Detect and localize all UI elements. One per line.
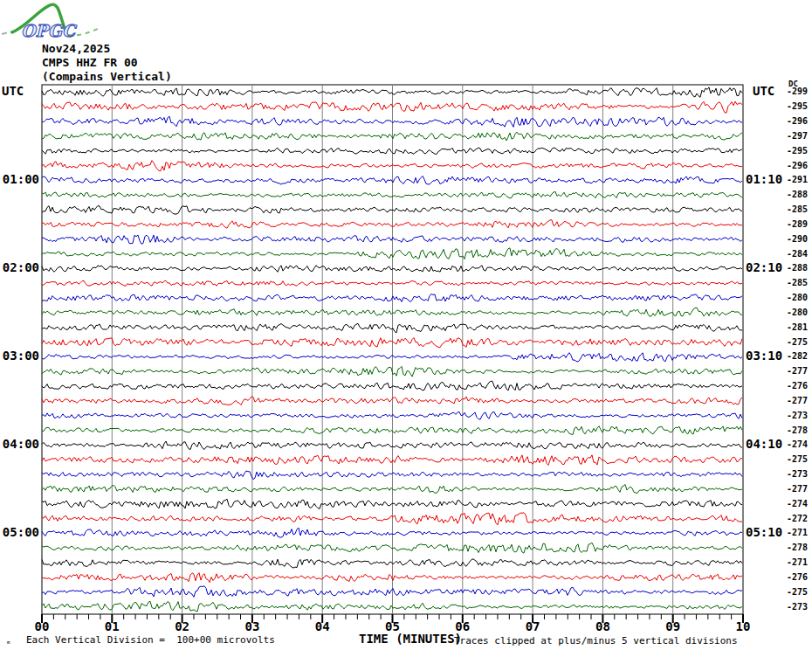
dc-value: -278 — [787, 425, 812, 436]
dc-value: -282 — [787, 351, 812, 362]
dc-value: -272 — [787, 514, 812, 524]
hour-label-left: 04:00 — [0, 437, 39, 451]
clip-note: Traces clipped at plus/minus 5 vertical … — [454, 635, 738, 647]
dc-value: -276 — [787, 381, 812, 391]
dc-value: -281 — [787, 322, 812, 333]
dc-value: -284 — [787, 249, 812, 259]
hour-label-left: 02:00 — [0, 260, 39, 274]
dc-value: -277 — [787, 484, 812, 494]
dc-value: -275 — [787, 337, 812, 348]
scale-note: Each Vertical Division = 100+00 microvol… — [26, 634, 275, 646]
dc-value: -277 — [787, 396, 812, 406]
x-tick-label: 00 — [27, 619, 57, 633]
dc-value: -296 — [787, 116, 812, 127]
dc-value: -275 — [787, 454, 812, 465]
dc-value: -274 — [787, 439, 812, 450]
helicorder-plot — [0, 0, 812, 650]
x-tick-label: 03 — [237, 619, 267, 633]
dc-value: -289 — [787, 219, 812, 230]
dc-value: -271 — [787, 528, 812, 538]
dc-value: -280 — [787, 308, 812, 318]
hour-label-left: 01:00 — [0, 172, 39, 186]
hour-label-left: 03:00 — [0, 349, 39, 363]
dc-value: -288 — [787, 190, 812, 200]
dc-value: -295 — [787, 146, 812, 156]
dc-value: -273 — [787, 469, 812, 480]
x-tick-label: 09 — [658, 619, 688, 633]
hour-label-left: 05:00 — [0, 525, 39, 539]
x-tick-label: 10 — [728, 619, 758, 633]
dc-value: -277 — [787, 366, 812, 377]
dc-value: -278 — [787, 543, 812, 553]
x-tick-label: 08 — [588, 619, 617, 633]
dc-value: -275 — [787, 587, 812, 598]
footer-mark: ₘ — [6, 637, 10, 646]
x-tick-label: 01 — [97, 619, 127, 633]
dc-value: -288 — [787, 263, 812, 273]
dc-value: -297 — [787, 131, 812, 142]
dc-value: -273 — [787, 411, 812, 421]
helicorder-page: OPGC Nov24,2025 CMPS HHZ FR 00 (Compains… — [0, 0, 812, 650]
x-tick-label: 04 — [307, 619, 337, 633]
dc-value: -273 — [787, 602, 812, 612]
dc-value: -290 — [787, 234, 812, 245]
x-tick-label: 07 — [518, 619, 547, 633]
x-tick-label: 02 — [168, 619, 197, 633]
dc-value: -271 — [787, 557, 812, 568]
dc-value: -291 — [787, 175, 812, 185]
dc-value: -280 — [787, 293, 812, 303]
dc-value: -276 — [787, 572, 812, 583]
dc-value: -285 — [787, 278, 812, 288]
dc-value: -274 — [787, 499, 812, 509]
dc-value: -299 — [787, 86, 812, 97]
dc-value: -296 — [787, 161, 812, 171]
dc-value: -285 — [787, 204, 812, 215]
dc-value: -295 — [787, 101, 812, 112]
